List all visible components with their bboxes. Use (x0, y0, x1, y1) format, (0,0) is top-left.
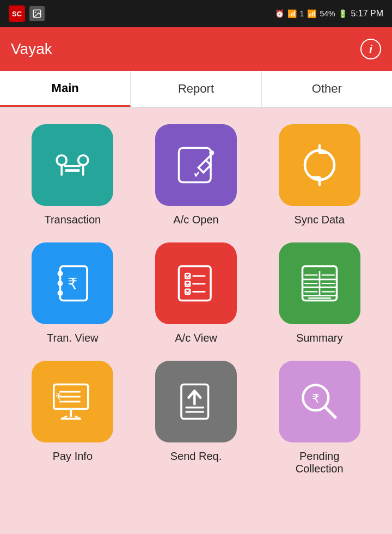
pending-collection-label: Pending Collection (296, 450, 344, 475)
pending-collection-icon-box: ₹ (279, 361, 360, 442)
grid-item-pay-info[interactable]: ₹ Pay Info (16, 361, 129, 475)
svg-point-11 (209, 150, 214, 155)
signal-icon: 📶 (307, 9, 316, 18)
status-bar: SC ⏰ 📶 1 📶 54% 🔋 5:17 PM (0, 0, 392, 27)
svg-point-1 (35, 11, 36, 13)
pending-collection-icon: ₹ (295, 377, 344, 426)
transaction-icon (48, 141, 97, 190)
pay-info-label: Pay Info (53, 450, 93, 463)
sync-data-label: Sync Data (295, 214, 345, 226)
sim-icon: 1 (300, 9, 304, 18)
pay-info-icon: ₹ (48, 377, 97, 426)
grid-item-transaction[interactable]: Transaction (16, 124, 129, 226)
tran-view-icon-box: ₹ (32, 242, 113, 324)
gallery-icon (29, 6, 45, 21)
summary-label: Summary (296, 332, 343, 344)
svg-point-2 (57, 155, 67, 165)
tran-view-icon: ₹ (48, 259, 97, 308)
tab-bar: Main Report Other (0, 71, 392, 108)
time-display: 5:17 PM (351, 9, 383, 19)
ac-view-icon (171, 259, 220, 308)
tab-main[interactable]: Main (0, 71, 131, 107)
status-bar-right: ⏰ 📶 1 📶 54% 🔋 5:17 PM (275, 9, 383, 19)
summary-icon-box (279, 242, 360, 324)
main-grid: Transaction A/c Open Sync (0, 108, 392, 486)
send-req-icon (171, 377, 220, 426)
svg-rect-8 (179, 148, 211, 183)
battery-icon: 🔋 (338, 9, 347, 18)
summary-icon (295, 259, 344, 308)
ac-open-icon-box (155, 124, 237, 206)
tab-other[interactable]: Other (262, 71, 392, 107)
svg-text:₹: ₹ (68, 275, 77, 293)
svg-line-13 (195, 174, 196, 176)
grid-item-ac-open[interactable]: A/c Open (140, 124, 253, 226)
sync-data-icon (295, 141, 344, 190)
svg-point-3 (78, 155, 88, 165)
grid-item-summary[interactable]: Summary (263, 242, 376, 344)
sc-app-icon: SC (9, 5, 25, 22)
svg-text:₹: ₹ (56, 392, 62, 402)
send-req-label: Send Req. (170, 450, 222, 463)
grid-item-sync-data[interactable]: Sync Data (263, 124, 376, 226)
send-req-icon-box (155, 361, 237, 442)
pay-info-icon-box: ₹ (32, 361, 113, 442)
wifi-icon: 📶 (287, 9, 297, 18)
app-header: Vayak i (0, 27, 392, 71)
svg-rect-6 (65, 169, 80, 172)
grid-item-pending-collection[interactable]: ₹ Pending Collection (263, 361, 376, 475)
svg-line-53 (325, 408, 335, 417)
ac-open-icon (171, 141, 220, 190)
battery-text: 54% (320, 9, 335, 18)
transaction-icon-box (32, 124, 113, 206)
info-button[interactable]: i (360, 39, 381, 59)
ac-open-label: A/c Open (173, 214, 218, 226)
app-title: Vayak (11, 40, 52, 58)
grid-item-tran-view[interactable]: ₹ Tran. View (16, 242, 129, 344)
svg-text:₹: ₹ (311, 392, 319, 405)
ac-view-icon-box (155, 242, 237, 324)
grid-item-send-req[interactable]: Send Req. (140, 361, 253, 475)
alarm-icon: ⏰ (275, 9, 284, 18)
tab-report[interactable]: Report (131, 71, 261, 107)
sync-data-icon-box (279, 124, 360, 206)
tran-view-label: Tran. View (47, 332, 98, 344)
ac-view-label: A/c View (175, 332, 217, 344)
grid-item-ac-view[interactable]: A/c View (140, 242, 253, 344)
transaction-label: Transaction (44, 214, 101, 226)
